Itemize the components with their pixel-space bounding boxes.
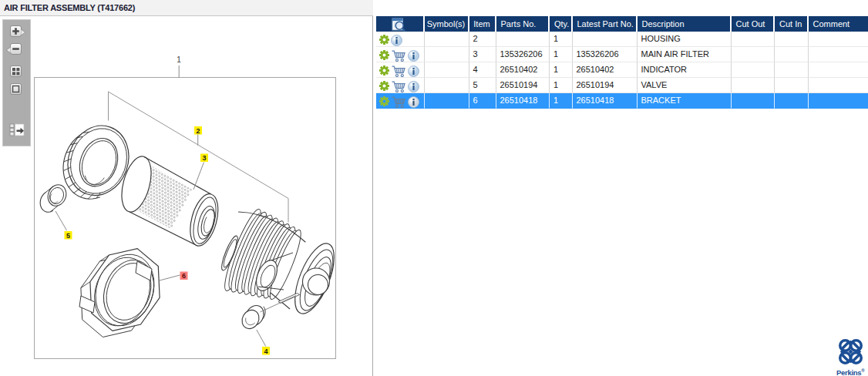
svg-text:4: 4 [264, 347, 267, 355]
svg-text:6: 6 [182, 272, 186, 280]
svg-text:3: 3 [202, 154, 206, 162]
svg-text:2: 2 [196, 127, 200, 135]
svg-text:5: 5 [66, 232, 70, 240]
svg-text:1: 1 [177, 55, 181, 64]
